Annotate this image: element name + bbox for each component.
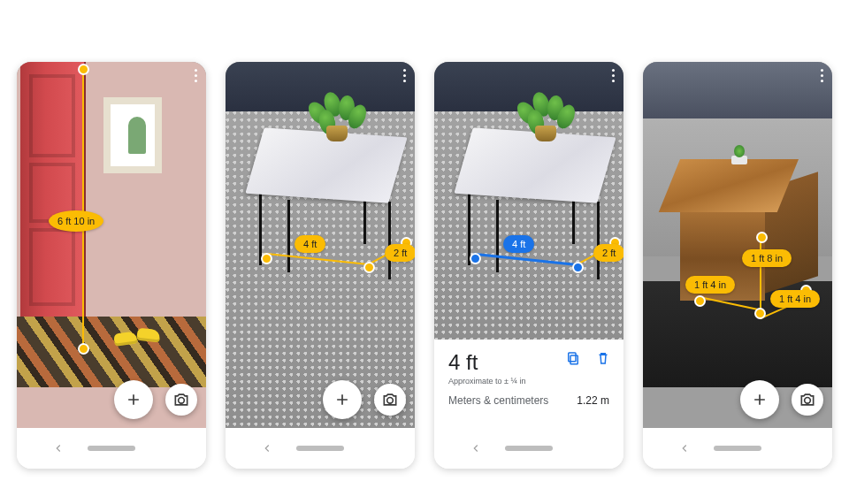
unit-value: 1.22 m bbox=[577, 394, 609, 407]
home-pill[interactable] bbox=[714, 446, 761, 451]
measure-endpoint[interactable] bbox=[78, 64, 89, 75]
ar-scene-door bbox=[17, 62, 206, 428]
capture-button[interactable] bbox=[165, 384, 197, 416]
unit-label: Meters & centimeters bbox=[448, 394, 548, 407]
more-vert-icon[interactable] bbox=[612, 69, 615, 82]
measure-endpoint[interactable] bbox=[694, 295, 706, 307]
capture-button[interactable] bbox=[374, 384, 406, 416]
copy-icon[interactable] bbox=[565, 350, 581, 366]
measurement-detail-sheet: 4 ft Approximate to ± ¼ in Meters & cent… bbox=[434, 340, 623, 428]
home-pill[interactable] bbox=[296, 446, 344, 451]
android-nav-bar bbox=[17, 428, 206, 469]
ar-scene-cube bbox=[643, 62, 832, 428]
phone-4: 1 ft 8 in 1 ft 4 in 1 ft 4 in bbox=[643, 62, 832, 469]
phone-2: 4 ft 2 ft bbox=[226, 62, 415, 469]
back-icon[interactable] bbox=[470, 442, 482, 454]
svg-rect-1 bbox=[569, 353, 576, 362]
back-icon[interactable] bbox=[261, 442, 273, 454]
measure-label[interactable]: 2 ft bbox=[593, 244, 623, 262]
unit-conversion-row[interactable]: Meters & centimeters 1.22 m bbox=[448, 394, 609, 407]
home-pill[interactable] bbox=[88, 446, 135, 451]
measure-endpoint[interactable] bbox=[261, 253, 272, 264]
measure-endpoint[interactable] bbox=[756, 232, 768, 243]
measure-label[interactable]: 4 ft bbox=[294, 235, 325, 253]
measure-label[interactable]: 6 ft 10 in bbox=[49, 210, 103, 232]
more-vert-icon[interactable] bbox=[403, 69, 406, 82]
measure-endpoint[interactable] bbox=[572, 262, 584, 273]
phone-3: 4 ft 2 ft 4 ft Approximate to ± ¼ in Met… bbox=[434, 62, 623, 469]
android-nav-bar bbox=[226, 428, 415, 469]
measure-line bbox=[760, 235, 761, 311]
measure-line bbox=[82, 67, 84, 348]
back-icon[interactable] bbox=[52, 442, 65, 454]
measure-endpoint[interactable] bbox=[754, 308, 766, 319]
add-measure-button[interactable] bbox=[114, 380, 153, 419]
selected-measure-precision: Approximate to ± ¼ in bbox=[448, 377, 609, 386]
add-measure-button[interactable] bbox=[740, 380, 779, 419]
add-measure-button[interactable] bbox=[323, 380, 362, 419]
measure-endpoint[interactable] bbox=[363, 262, 375, 273]
back-icon[interactable] bbox=[678, 442, 691, 454]
more-vert-icon[interactable] bbox=[195, 69, 197, 82]
phone-1: 6 ft 10 in bbox=[17, 62, 206, 469]
measure-endpoint[interactable] bbox=[470, 253, 481, 264]
home-pill[interactable] bbox=[505, 446, 553, 451]
svg-rect-0 bbox=[570, 355, 577, 364]
screenshot-row: 6 ft 10 in 4 ft bbox=[0, 0, 849, 504]
ar-scene-table bbox=[434, 62, 623, 345]
measure-label[interactable]: 1 ft 4 in bbox=[685, 276, 735, 294]
measure-label[interactable]: 1 ft 8 in bbox=[742, 249, 792, 267]
measure-label-selected[interactable]: 4 ft bbox=[503, 235, 534, 253]
measure-label[interactable]: 1 ft 4 in bbox=[770, 290, 820, 308]
trash-icon[interactable] bbox=[595, 350, 611, 366]
measure-label[interactable]: 2 ft bbox=[385, 244, 415, 262]
capture-button[interactable] bbox=[792, 384, 823, 416]
android-nav-bar bbox=[434, 428, 623, 469]
measure-endpoint[interactable] bbox=[78, 343, 89, 355]
android-nav-bar bbox=[643, 428, 832, 469]
more-vert-icon[interactable] bbox=[821, 69, 823, 82]
